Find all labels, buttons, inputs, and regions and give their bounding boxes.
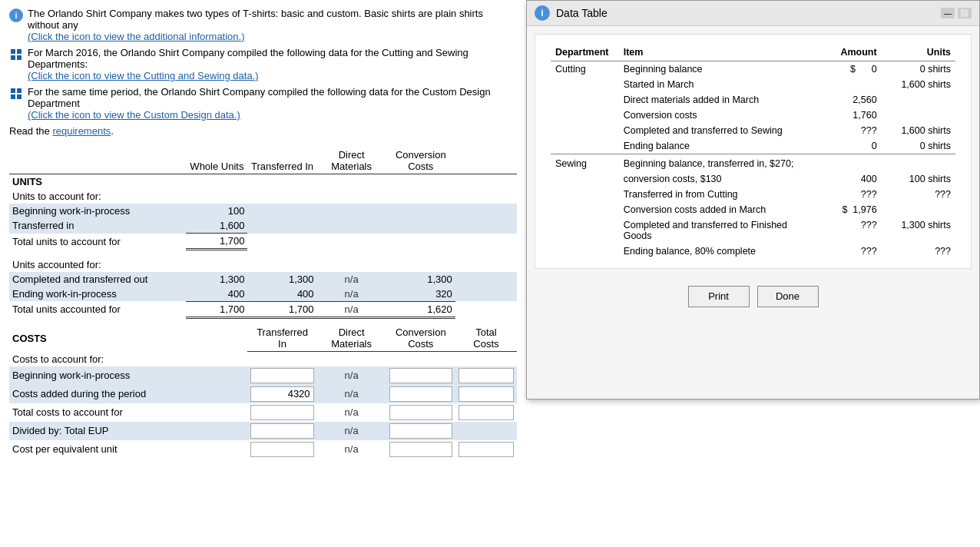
sewing-units-1	[882, 156, 955, 171]
completed-ti: 1,300	[247, 272, 316, 287]
done-button[interactable]: Done	[757, 286, 819, 307]
dialog-title-text: Data Table	[556, 7, 608, 19]
th-dept: Department	[551, 44, 619, 61]
beg-wip-ti-input[interactable]	[250, 368, 313, 383]
svg-rect-3	[17, 55, 22, 60]
total-acc-conv: 1,620	[386, 301, 455, 317]
sewing-amount-2: 400	[809, 171, 882, 187]
sewing-item-4: Conversion costs added in March	[619, 202, 809, 217]
beg-wip-conv-input[interactable]	[389, 368, 452, 383]
svg-rect-4	[11, 88, 15, 93]
costs-added-conv-input[interactable]	[389, 386, 452, 402]
cutting-units-4	[882, 108, 955, 123]
sewing-item-2: conversion costs, $130	[619, 171, 809, 187]
cutting-units-5: 1,600 shirts	[882, 123, 955, 138]
print-button[interactable]: Print	[688, 286, 750, 307]
total-acc-whole: 1,700	[186, 301, 247, 317]
cutting-item-2: Started in March	[619, 77, 809, 92]
grid-icon-2[interactable]	[9, 87, 23, 101]
completed-conv: 1,300	[386, 272, 455, 287]
divided-conv-input[interactable]	[389, 423, 452, 439]
units-to-account-label: Units to account for:	[9, 189, 186, 204]
ending-wip-whole: 400	[186, 287, 247, 302]
svg-rect-1	[17, 49, 22, 54]
cutting-row-1: Cutting Beginning balance $ 0 0 shirts	[551, 61, 955, 78]
cost-per-ti-input[interactable]	[250, 442, 313, 457]
col-conv-header: Conversion Costs	[386, 148, 455, 174]
sewing-units-6: ???	[882, 244, 955, 259]
total-costs-label: Total costs to account for	[9, 403, 186, 422]
custom-design-text: For the same time period, the Orlando Sh…	[28, 86, 517, 121]
cutting-amount-3: 2,560	[809, 92, 882, 108]
requirements-line: Read the requirements.	[9, 125, 517, 137]
units-accounted-label: Units accounted for:	[9, 257, 186, 272]
ending-wip-label: Ending work-in-process	[9, 287, 186, 302]
custom-design-row: For the same time period, the Orlando Sh…	[9, 86, 517, 121]
minimize-button[interactable]: —	[941, 8, 955, 18]
cutting-units-2: 1,600 shirts	[882, 77, 955, 92]
divided-dm-na: n/a	[317, 422, 386, 440]
cutting-units-1: 0 shirts	[882, 61, 955, 78]
sewing-amount-4: $ 1,976	[809, 202, 882, 217]
costs-dm-header: DirectMaterials	[317, 325, 386, 352]
cutting-sewing-link[interactable]: (Click the icon to view the Cutting and …	[28, 70, 259, 81]
cutting-item-3: Direct materials added in March	[619, 92, 809, 108]
grid-icon-1[interactable]	[9, 48, 23, 61]
divided-ti-input[interactable]	[250, 423, 313, 439]
info-icon-1[interactable]: i	[9, 8, 23, 22]
cutting-item-6: Ending balance	[619, 138, 809, 154]
sewing-units-5: 1,300 shirts	[882, 217, 955, 244]
total-costs-dm-na: n/a	[317, 403, 386, 422]
divided-by-label: Divided by: Total EUP	[9, 422, 186, 440]
beg-wip-label: Beginning work-in-process	[9, 204, 186, 218]
total-acc-dm: n/a	[317, 301, 386, 317]
cutting-units-3	[882, 92, 955, 108]
units-section-label: UNITS	[9, 174, 186, 190]
col-dm-header: Direct Materials	[317, 148, 386, 174]
th-item: Item	[619, 44, 809, 61]
costs-added-total-input[interactable]	[459, 386, 514, 402]
costs-section-label: COSTS	[9, 325, 186, 352]
costs-added-ti-input[interactable]	[250, 386, 313, 402]
left-panel: i The Orlando Shirt Company makes two ty…	[0, 0, 526, 547]
dialog-info-icon: i	[535, 5, 550, 21]
col-whole-header: Whole Units	[186, 148, 247, 174]
costs-total-header: TotalCosts	[455, 325, 517, 352]
data-table: Department Item Amount Units Cutting Beg…	[551, 44, 955, 259]
cutting-amount-1: $ 0	[809, 61, 882, 78]
dialog-titlebar: i Data Table — ⬜	[527, 1, 979, 26]
cost-per-conv-input[interactable]	[389, 442, 452, 457]
cost-per-total-input[interactable]	[459, 442, 514, 457]
beg-wip-dm-na: n/a	[317, 366, 386, 385]
maximize-button[interactable]: ⬜	[958, 8, 972, 18]
sewing-dept-cell: Sewing	[551, 156, 619, 259]
completed-whole: 1,300	[186, 272, 247, 287]
cutting-units-6: 0 shirts	[882, 138, 955, 154]
beg-wip-total-input[interactable]	[459, 368, 514, 383]
transferred-in-label: Transferred in	[9, 218, 186, 234]
requirements-link[interactable]: requirements	[52, 125, 111, 137]
ending-wip-dm: n/a	[317, 287, 386, 302]
total-costs-conv-input[interactable]	[389, 405, 452, 420]
costs-ti-header: TransferredIn	[247, 325, 316, 352]
total-costs-total-input[interactable]	[459, 405, 514, 420]
col-label-header	[9, 148, 186, 174]
cost-per-dm-na: n/a	[317, 440, 386, 459]
costs-to-account-label: Costs to account for:	[9, 352, 186, 366]
cutting-item-4: Conversion costs	[619, 108, 809, 123]
cutting-dept-cell: Cutting	[551, 61, 619, 154]
cutting-amount-5: ???	[809, 123, 882, 138]
sewing-item-1: Beginning balance, transferred in, $270;	[619, 156, 809, 171]
total-units-value: 1,700	[186, 234, 247, 250]
sewing-row-1: Sewing Beginning balance, transferred in…	[551, 156, 955, 171]
sewing-item-5: Completed and transferred to Finished Go…	[619, 217, 809, 244]
custom-design-link[interactable]: (Click the icon to view the Custom Desig…	[28, 109, 240, 121]
cutting-sewing-row: For March 2016, the Orlando Shirt Compan…	[9, 47, 517, 81]
units-table: Whole Units Transferred In Direct Materi…	[9, 148, 517, 459]
cutting-sewing-text: For March 2016, the Orlando Shirt Compan…	[28, 47, 517, 81]
additional-info-link[interactable]: (Click the icon to view the additional i…	[28, 31, 245, 42]
col-total-header	[455, 148, 517, 174]
sewing-amount-5: ???	[809, 217, 882, 244]
total-costs-ti-input[interactable]	[250, 405, 313, 420]
beg-wip-costs-label: Beginning work-in-process	[9, 366, 186, 385]
